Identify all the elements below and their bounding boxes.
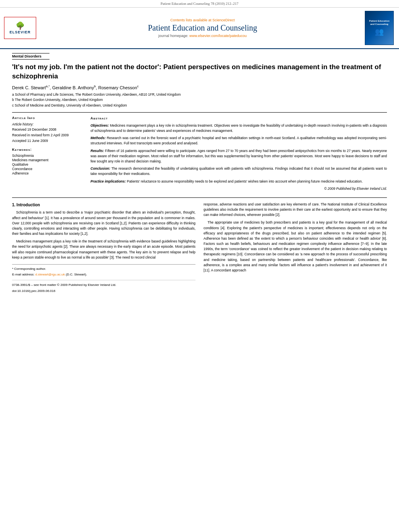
issn-line: 0738-3991/$ – see front matter © 2009 Pu… <box>12 283 195 288</box>
results-label: Results: <box>90 149 104 153</box>
page-wrapper: Patient Education and Counseling 78 (201… <box>0 0 399 300</box>
homepage-link[interactable]: www.elsevier.com/locate/pateducou <box>189 34 247 38</box>
abstract-copyright: © 2009 Published by Elsevier Ireland Ltd… <box>90 186 387 191</box>
email-label: E-mail address: <box>12 273 35 276</box>
authors-line: Derek C. Stewarta,*, Geraldine B. Anthon… <box>12 84 387 90</box>
keyword-1: Schizophrenia <box>12 154 84 158</box>
doi-text: doi:10.1016/j.pec.2009.06.016 <box>12 289 56 293</box>
elsevier-logo-box: 🌳 ELSEVIER <box>4 17 36 39</box>
article-info-abstract: Article Info Article history: Received 1… <box>12 112 387 191</box>
article-history: Article history: Received 19 December 20… <box>12 122 84 144</box>
article-title: 'It's not my job. I'm the patient not th… <box>12 63 387 81</box>
elsevier-tree-icon: 🌳 <box>16 22 25 29</box>
author-geraldine: Geraldine B. Anthony <box>52 85 94 90</box>
methods-label: Methods: <box>90 136 106 140</box>
affil-a: a School of Pharmacy and Life Sciences, … <box>12 92 387 97</box>
objectives-label: Objectives: <box>90 123 109 127</box>
affil-sup-c: c <box>137 84 139 88</box>
accepted-date: Accepted 11 June 2009 <box>12 138 84 144</box>
abstract-practice: Practice implications: Patients' relucta… <box>90 179 387 184</box>
intro-para2: Medicines management plays a key role in… <box>12 239 195 260</box>
keyword-5: Adherence <box>12 171 84 175</box>
conclusion-text: The research demonstrated the feasibilit… <box>90 166 387 176</box>
right-para1-text: response, adverse reactions and user sat… <box>204 202 387 217</box>
sciencedirect-link: Contents lists available at ScienceDirec… <box>40 18 365 22</box>
affiliations: a School of Pharmacy and Life Sciences, … <box>12 92 387 108</box>
intro-para1-text: Schizophrenia is a term used to describe… <box>12 210 195 236</box>
body-right-column: response, adverse reactions and user sat… <box>204 202 387 294</box>
section-label: Mental Disorders <box>12 53 49 60</box>
right-para2-text: The appropriate use of medicines by both… <box>204 220 387 272</box>
revised-date: Received in revised form 2 April 2009 <box>12 133 84 138</box>
body-left-column: 1. Introduction Schizophrenia is a term … <box>12 202 195 294</box>
elsevier-logo-area: 🌳 ELSEVIER <box>4 17 40 39</box>
abstract-conclusion: Conclusion: The research demonstrated th… <box>90 166 387 177</box>
journal-cover-image: Patient Educationand Counseling 👥 <box>365 11 395 45</box>
affil-b: b The Robert Gordon University, Aberdeen… <box>12 97 387 103</box>
abstract-objectives: Objectives: Medicines management plays a… <box>90 123 387 134</box>
right-para1: response, adverse reactions and user sat… <box>204 202 387 218</box>
right-para2: The appropriate use of medicines by both… <box>204 220 387 273</box>
cover-title: Patient Educationand Counseling <box>369 20 390 26</box>
intro-para2-text: Medicines management plays a key role in… <box>12 239 195 259</box>
journal-homepage: journal homepage: www.elsevier.com/locat… <box>40 34 365 38</box>
body-content: 1. Introduction Schizophrenia is a term … <box>12 197 387 294</box>
conclusion-label: Conclusion: <box>90 166 110 170</box>
main-content: Mental Disorders 'It's not my job. I'm t… <box>0 49 399 300</box>
article-info-label: Article Info <box>12 116 84 120</box>
affil-sup-a: a,* <box>46 84 50 88</box>
abstract-section: Abstract Objectives: Medicines managemen… <box>90 116 387 191</box>
header-citation: Patient Education and Counseling 78 (201… <box>160 2 238 6</box>
practice-label: Practice implications: <box>90 179 126 183</box>
journal-header-bar: Patient Education and Counseling 78 (201… <box>0 0 399 8</box>
email-link[interactable]: d.stewart@rgu.ac.uk <box>35 273 65 276</box>
keyword-4: Concordance <box>12 167 84 171</box>
elsevier-brand-text: ELSEVIER <box>10 30 31 34</box>
keyword-2: Medicines management <box>12 158 84 162</box>
abstract-results: Results: Fifteen of 16 patients approach… <box>90 148 387 164</box>
email-line: E-mail address: d.stewart@rgu.ac.uk (D.C… <box>12 272 195 277</box>
affil-sup-b: b <box>94 84 96 88</box>
author-rosemary: Rosemary Chesson <box>98 85 137 90</box>
email-name: (D.C. Stewart). <box>66 273 87 276</box>
cover-decoration: 👥 <box>375 27 384 36</box>
received-date: Received 19 December 2008 <box>12 127 84 133</box>
keywords-label: Keywords: <box>12 148 84 152</box>
abstract-methods: Methods: Research was carried out in the… <box>90 136 387 146</box>
corresponding-label: * Corresponding author. <box>12 267 46 271</box>
doi-line: doi:10.1016/j.pec.2009.06.016 <box>12 289 195 294</box>
objectives-text: Medicines management plays a key role in… <box>90 123 387 133</box>
article-info-column: Article Info Article history: Received 1… <box>12 116 84 191</box>
abstract-label: Abstract <box>90 116 387 121</box>
journal-main-title: Patient Education and Counseling <box>40 23 365 33</box>
author-derek: Derek C. Stewart <box>12 85 46 90</box>
affil-c: c School of Medicine and Dentistry, Univ… <box>12 103 387 108</box>
cover-thumbnail: Patient Educationand Counseling 👥 <box>365 11 394 45</box>
history-label: Article history: <box>12 122 84 127</box>
footnote-divider <box>12 280 195 280</box>
keyword-3: Qualitative <box>12 162 84 166</box>
keywords-section: Keywords: Schizophrenia Medicines manage… <box>12 148 84 175</box>
intro-para1: Schizophrenia is a term used to describe… <box>12 210 195 236</box>
corresponding-note: * Corresponding author. <box>12 267 195 271</box>
sciencedirect-brand[interactable]: ScienceDirect <box>212 18 235 22</box>
intro-heading: 1. Introduction <box>12 202 195 208</box>
footnote-area: * Corresponding author. E-mail address: … <box>12 264 195 294</box>
methods-text: Research was carried out in the forensic… <box>90 136 387 145</box>
practice-text: Patients' reluctance to assume responsib… <box>127 179 362 183</box>
results-text: Fifteen of 16 patients approached were w… <box>90 149 387 163</box>
journal-title-center: Contents lists available at ScienceDirec… <box>40 18 365 38</box>
journal-banner: 🌳 ELSEVIER Contents lists available at S… <box>0 8 399 49</box>
